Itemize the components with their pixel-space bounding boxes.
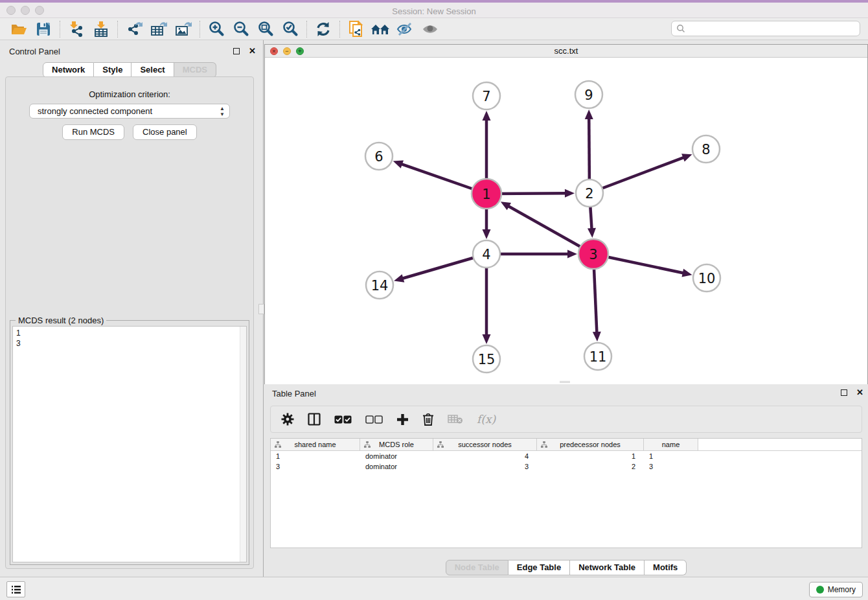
cell-name[interactable]: 1 <box>644 451 698 461</box>
search-input[interactable] <box>685 22 860 35</box>
toolbar-separator <box>200 21 200 38</box>
graph-node-label-4: 4 <box>482 247 490 262</box>
mcds-result-text[interactable]: 1 3 <box>12 326 247 562</box>
task-history-button[interactable] <box>6 581 25 597</box>
show-all-button[interactable] <box>418 19 442 39</box>
home-layout-button[interactable] <box>369 19 393 39</box>
tab-mcds[interactable]: MCDS <box>174 62 216 78</box>
graph-node-label-11: 11 <box>589 349 607 365</box>
export-network-button[interactable] <box>122 19 146 39</box>
table-body: 1dominator4113dominator323 <box>271 451 862 472</box>
control-panel-tabs: NetworkStyleSelectMCDS <box>0 62 259 78</box>
delete-table-button[interactable] <box>448 414 463 424</box>
result-scrollbar[interactable] <box>240 327 246 562</box>
cell-predecessor-nodes[interactable]: 2 <box>537 461 644 472</box>
column-header-label: name <box>662 441 680 448</box>
column-header-name[interactable]: name <box>644 439 698 450</box>
control-panel-close-icon[interactable]: ✕ <box>249 48 256 54</box>
zoom-out-button[interactable] <box>229 19 253 39</box>
column-header-successor-nodes[interactable]: successor nodes <box>433 439 537 450</box>
save-floppy-icon <box>36 21 51 37</box>
cell-successor-nodes[interactable]: 4 <box>433 451 537 461</box>
titlebar: Session: New Session <box>0 3 868 18</box>
table-row-0[interactable]: 1dominator411 <box>271 451 862 461</box>
zoom-fit-icon <box>257 21 274 38</box>
application-window: Session: New Session <box>0 0 868 600</box>
graph-edge-arrowhead <box>593 332 601 341</box>
delete-row-button[interactable] <box>422 413 434 426</box>
copy-network-icon <box>348 20 365 38</box>
import-network-button[interactable] <box>64 19 89 39</box>
home-icon <box>371 21 391 37</box>
toolbar-separator <box>117 21 118 38</box>
select-all-button[interactable] <box>334 415 352 424</box>
column-header-shared-name[interactable]: shared name <box>271 439 360 450</box>
graph-node-label-3: 3 <box>589 247 597 262</box>
graph-edge-2-8[interactable] <box>589 157 685 193</box>
task-list-icon <box>11 585 21 594</box>
close-panel-button[interactable]: Close panel <box>133 124 197 140</box>
graph-edge-arrowhead <box>681 154 692 161</box>
save-session-button[interactable] <box>31 19 56 39</box>
show-columns-button[interactable] <box>308 413 321 426</box>
graph-node-label-8: 8 <box>702 142 710 157</box>
memory-status-icon <box>816 586 824 594</box>
run-mcds-button[interactable]: Run MCDS <box>62 124 124 140</box>
graph-edge-arrowhead <box>588 228 596 238</box>
import-table-button[interactable] <box>89 19 113 39</box>
control-panel-float-icon[interactable] <box>233 48 240 54</box>
tab-network-table[interactable]: Network Table <box>570 560 645 575</box>
node-table: shared nameMCDS rolesuccessor nodesprede… <box>270 438 862 548</box>
table-panel-float-icon[interactable] <box>841 389 847 396</box>
table-settings-button[interactable] <box>281 413 294 426</box>
zoom-fit-button[interactable] <box>253 19 278 39</box>
cell-predecessor-nodes[interactable]: 1 <box>537 451 644 461</box>
graph-node-label-9: 9 <box>584 87 593 103</box>
graph-edge-arrowhead <box>567 250 577 259</box>
open-session-button[interactable] <box>6 19 31 39</box>
cell-shared-name[interactable]: 3 <box>271 461 360 472</box>
cell-shared-name[interactable]: 1 <box>271 451 360 461</box>
refresh-button[interactable] <box>311 19 336 39</box>
window-title: Session: New Session <box>0 5 868 18</box>
add-row-button[interactable] <box>396 413 409 426</box>
function-builder-button[interactable]: f(x) <box>477 413 496 426</box>
cell-mcds-role[interactable]: dominator <box>360 461 433 472</box>
zoom-in-button[interactable] <box>204 19 229 39</box>
panel-divider-grip[interactable] <box>258 304 264 314</box>
memory-button[interactable]: Memory <box>809 582 863 597</box>
toolbar-separator <box>306 21 307 38</box>
cell-mcds-role[interactable]: dominator <box>360 451 433 461</box>
graph-edge-arrowhead <box>483 111 491 121</box>
export-table-button[interactable] <box>146 19 171 39</box>
tab-motifs[interactable]: Motifs <box>645 560 687 575</box>
hide-selected-button[interactable] <box>393 19 418 39</box>
tab-network[interactable]: Network <box>43 62 94 78</box>
column-header-predecessor-nodes[interactable]: predecessor nodes <box>537 439 644 450</box>
column-header-mcds-role[interactable]: MCDS role <box>360 439 433 450</box>
mcds-result-group: MCDS result (2 nodes) 1 3 <box>10 320 249 565</box>
toolbar-separator <box>339 21 340 38</box>
tab-select[interactable]: Select <box>131 62 174 78</box>
network-resize-grip[interactable] <box>560 381 570 384</box>
tab-style[interactable]: Style <box>94 62 131 78</box>
copy-network-view-button[interactable] <box>344 19 369 39</box>
tab-node-table[interactable]: Node Table <box>446 560 508 575</box>
criterion-dropdown[interactable]: strongly connected component ▲▼ <box>29 104 230 119</box>
network-canvas[interactable]: 7968124314101511 <box>265 58 867 384</box>
delete-table-icon <box>448 414 463 424</box>
optimization-criterion-label: Optimization criterion: <box>6 89 253 99</box>
network-window-titlebar[interactable]: × − + scc.txt <box>265 45 867 58</box>
cell-name[interactable]: 3 <box>644 461 698 472</box>
tab-edge-table[interactable]: Edge Table <box>508 560 570 575</box>
cell-successor-nodes[interactable]: 3 <box>433 461 537 472</box>
export-image-button[interactable] <box>171 19 196 39</box>
trash-icon <box>422 413 434 426</box>
zoom-selected-button[interactable] <box>278 19 303 39</box>
zoom-out-icon <box>233 21 249 38</box>
table-row-1[interactable]: 3dominator323 <box>271 461 862 472</box>
search-field[interactable] <box>671 21 860 36</box>
refresh-icon <box>315 21 332 38</box>
deselect-all-button[interactable] <box>365 415 383 424</box>
table-panel-close-icon[interactable]: ✕ <box>856 389 863 396</box>
